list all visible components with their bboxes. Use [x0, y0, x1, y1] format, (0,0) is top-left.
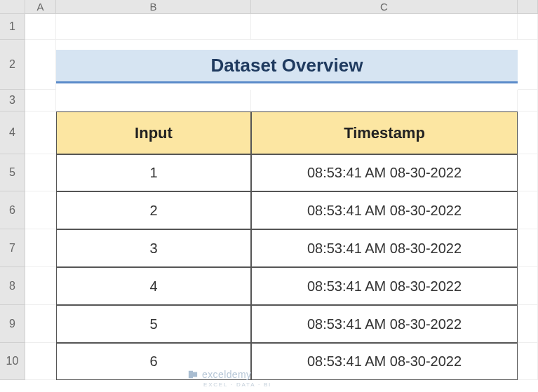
- row-header-7[interactable]: 7: [0, 229, 25, 267]
- row-header-9[interactable]: 9: [0, 305, 25, 343]
- spreadsheet-grid: A B C 1 2 3 4 5 6 7 8 9 10 Dataset Overv…: [0, 0, 538, 380]
- cell[interactable]: [251, 14, 518, 40]
- cell[interactable]: [25, 267, 56, 305]
- watermark-text: exceldemy: [202, 369, 252, 380]
- cell[interactable]: [56, 90, 251, 111]
- title-cell[interactable]: Dataset Overview: [56, 40, 518, 90]
- cell[interactable]: [25, 14, 56, 40]
- cell[interactable]: [25, 305, 56, 343]
- table-cell-timestamp[interactable]: 08:53:41 AM 08-30-2022: [251, 154, 518, 191]
- table-cell-input[interactable]: 4: [56, 267, 251, 305]
- cell[interactable]: [25, 229, 56, 267]
- cell[interactable]: [518, 305, 538, 343]
- table-cell-input[interactable]: 5: [56, 305, 251, 343]
- cell[interactable]: [518, 267, 538, 305]
- row-header-8[interactable]: 8: [0, 267, 25, 305]
- table-cell-timestamp[interactable]: 08:53:41 AM 08-30-2022: [251, 191, 518, 229]
- cell[interactable]: [251, 90, 518, 111]
- table-cell-timestamp[interactable]: 08:53:41 AM 08-30-2022: [251, 343, 518, 380]
- table-cell-timestamp[interactable]: 08:53:41 AM 08-30-2022: [251, 267, 518, 305]
- watermark-sub: EXCEL · DATA · BI: [203, 381, 271, 388]
- cell[interactable]: [518, 111, 538, 154]
- cell[interactable]: [25, 90, 56, 111]
- row-header-2[interactable]: 2: [0, 40, 25, 90]
- table-cell-timestamp[interactable]: 08:53:41 AM 08-30-2022: [251, 305, 518, 343]
- cell[interactable]: [25, 40, 56, 90]
- col-header-A[interactable]: A: [25, 0, 56, 14]
- cell[interactable]: [25, 111, 56, 154]
- row-header-1[interactable]: 1: [0, 14, 25, 40]
- cell[interactable]: [518, 229, 538, 267]
- cell[interactable]: [518, 191, 538, 229]
- cell[interactable]: [518, 343, 538, 380]
- cell[interactable]: [518, 90, 538, 111]
- col-header-C[interactable]: C: [251, 0, 518, 14]
- row-header-6[interactable]: 6: [0, 191, 25, 229]
- row-header-10[interactable]: 10: [0, 343, 25, 380]
- watermark: exceldemy: [188, 369, 252, 380]
- cell[interactable]: [518, 40, 538, 90]
- cell[interactable]: [25, 343, 56, 380]
- cell[interactable]: [518, 14, 538, 40]
- col-header-B[interactable]: B: [56, 0, 251, 14]
- table-cell-input[interactable]: 3: [56, 229, 251, 267]
- watermark-logo-icon: [188, 370, 198, 379]
- col-header-D[interactable]: [518, 0, 538, 14]
- page-title: Dataset Overview: [56, 50, 518, 83]
- table-cell-input[interactable]: 1: [56, 154, 251, 191]
- row-header-4[interactable]: 4: [0, 111, 25, 154]
- cell[interactable]: [518, 154, 538, 191]
- cell[interactable]: [56, 14, 251, 40]
- cell[interactable]: [25, 154, 56, 191]
- row-header-3[interactable]: 3: [0, 90, 25, 111]
- table-cell-timestamp[interactable]: 08:53:41 AM 08-30-2022: [251, 229, 518, 267]
- table-header-timestamp[interactable]: Timestamp: [251, 111, 518, 154]
- row-header-5[interactable]: 5: [0, 154, 25, 191]
- table-header-input[interactable]: Input: [56, 111, 251, 154]
- cell[interactable]: [25, 191, 56, 229]
- select-all-corner[interactable]: [0, 0, 25, 14]
- table-cell-input[interactable]: 2: [56, 191, 251, 229]
